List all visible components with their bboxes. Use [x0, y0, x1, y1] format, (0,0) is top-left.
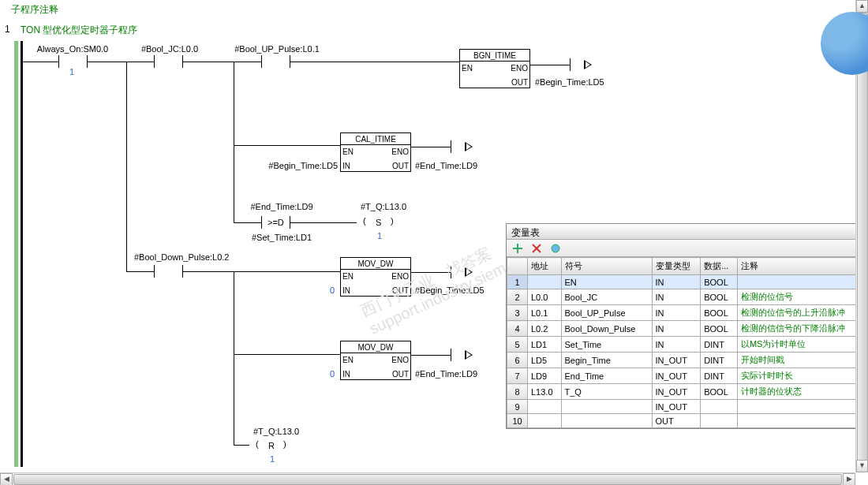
table-row[interactable]: 4L0.2Bool_Down_PulseINBOOL检测的信信号的下降沿脉冲	[507, 321, 867, 337]
scroll-down-button[interactable]: ▼	[856, 460, 868, 472]
cell-symbol[interactable]	[561, 414, 652, 428]
row-number[interactable]: 6	[507, 353, 528, 368]
fb-bgn-itime[interactable]: BGN_ITIME EN ENO OUT	[459, 49, 530, 88]
cell-datatype[interactable]: BOOL	[701, 275, 738, 289]
cell-symbol[interactable]: Bool_JC	[561, 289, 652, 305]
table-row[interactable]: 7LD9End_TimeIN_OUTDINT实际计时时长	[507, 368, 867, 384]
table-row[interactable]: 10OUT	[507, 414, 867, 428]
cell-vartype[interactable]: IN_OUT	[652, 353, 701, 368]
cell-symbol[interactable]: Bool_UP_Pulse	[561, 305, 652, 321]
pin-eno: ENO	[391, 147, 409, 156]
row-number[interactable]: 2	[507, 289, 528, 305]
cell-symbol[interactable]	[561, 400, 652, 414]
cell-datatype[interactable]: BOOL	[701, 384, 738, 400]
cell-symbol[interactable]: End_Time	[561, 368, 652, 384]
cell-address[interactable]: L0.0	[528, 289, 562, 305]
scroll-thumb-v[interactable]	[857, 13, 868, 470]
cell-symbol[interactable]: Begin_Time	[561, 353, 652, 368]
row-number[interactable]: 10	[507, 414, 528, 428]
cell-symbol[interactable]: T_Q	[561, 384, 652, 400]
cell-comment[interactable]	[737, 275, 866, 289]
cell-datatype[interactable]: DINT	[701, 353, 738, 368]
fb-mov-dw-1[interactable]: MOV_DW EN ENO IN OUT	[340, 257, 411, 297]
cell-vartype[interactable]: IN_OUT	[652, 368, 701, 384]
cell-datatype[interactable]: BOOL	[701, 305, 738, 321]
cell-datatype[interactable]: BOOL	[701, 289, 738, 305]
wire	[234, 354, 340, 355]
table-row[interactable]: 9IN_OUT	[507, 400, 867, 414]
variable-table-window[interactable]: 变量表 地址 符号 变量类型 数据... 注释 1ENINBOOL2L0.0Bo…	[506, 223, 868, 429]
row-number[interactable]: 3	[507, 305, 528, 321]
scroll-right-button[interactable]: ▶	[843, 473, 855, 485]
cell-symbol[interactable]: Set_Time	[561, 337, 652, 353]
cell-comment[interactable]: 计时器的位状态	[737, 384, 866, 400]
col-comment[interactable]: 注释	[737, 258, 866, 275]
cell-address[interactable]	[528, 400, 562, 414]
cell-comment[interactable]: 检测的信信号的下降沿脉冲	[737, 321, 866, 337]
row-number[interactable]: 7	[507, 368, 528, 384]
cell-address[interactable]	[528, 275, 562, 289]
cell-comment[interactable]: 以MS为计时单位	[737, 337, 866, 353]
horizontal-scrollbar[interactable]: ◀ ▶	[0, 472, 855, 485]
pin-out: OUT	[392, 162, 409, 170]
cell-vartype[interactable]: IN_OUT	[652, 384, 701, 400]
table-row[interactable]: 8L13.0T_QIN_OUTBOOL计时器的位状态	[507, 384, 867, 400]
row-number[interactable]: 4	[507, 321, 528, 337]
cell-comment[interactable]: 实际计时时长	[737, 368, 866, 384]
cell-vartype[interactable]: IN_OUT	[652, 400, 701, 414]
scroll-up-button[interactable]: ▲	[856, 0, 868, 13]
table-row[interactable]: 3L0.1Bool_UP_PulseINBOOL检测的位信号的上升沿脉冲	[507, 305, 867, 321]
row-number[interactable]: 8	[507, 384, 528, 400]
cell-comment[interactable]	[737, 400, 866, 414]
cell-address[interactable]: L13.0	[528, 384, 562, 400]
vartable-grid[interactable]: 地址 符号 变量类型 数据... 注释 1ENINBOOL2L0.0Bool_J…	[507, 257, 867, 428]
table-row[interactable]: 2L0.0Bool_JCINBOOL检测的位信号	[507, 289, 867, 305]
col-datatype[interactable]: 数据...	[701, 258, 738, 275]
fb-mov-dw-2[interactable]: MOV_DW EN ENO IN OUT	[340, 341, 411, 380]
col-address[interactable]: 地址	[528, 258, 562, 275]
cell-comment[interactable]	[737, 414, 866, 428]
cell-address[interactable]: LD9	[528, 368, 562, 384]
pin-eno: ENO	[391, 356, 409, 364]
cell-address[interactable]: LD1	[528, 337, 562, 353]
cell-vartype[interactable]: IN	[652, 321, 701, 337]
scroll-left-button[interactable]: ◀	[0, 473, 13, 485]
cell-vartype[interactable]: OUT	[652, 414, 701, 428]
contact-label: #Bool_JC:L0.0	[138, 44, 201, 54]
build-icon[interactable]	[549, 242, 562, 255]
cell-datatype[interactable]: BOOL	[701, 321, 738, 337]
delete-row-icon[interactable]	[530, 242, 543, 255]
vartable-title[interactable]: 变量表	[507, 224, 867, 240]
cell-comment[interactable]: 检测的位信号	[737, 289, 866, 305]
row-number[interactable]: 9	[507, 400, 528, 414]
col-vartype[interactable]: 变量类型	[652, 258, 701, 275]
table-row[interactable]: 1ENINBOOL	[507, 275, 867, 289]
cell-datatype[interactable]: DINT	[701, 368, 738, 384]
cell-vartype[interactable]: IN	[652, 305, 701, 321]
row-number[interactable]: 1	[507, 275, 528, 289]
table-row[interactable]: 6LD5Begin_TimeIN_OUTDINT开始时间戳	[507, 353, 867, 368]
cell-comment[interactable]: 检测的位信号的上升沿脉冲	[737, 305, 866, 321]
table-row[interactable]: 5LD1Set_TimeINDINT以MS为计时单位	[507, 337, 867, 353]
col-symbol[interactable]: 符号	[561, 258, 652, 275]
cell-symbol[interactable]: Bool_Down_Pulse	[561, 321, 652, 337]
cell-datatype[interactable]	[701, 414, 738, 428]
cell-address[interactable]	[528, 414, 562, 428]
scroll-thumb-h[interactable]	[13, 474, 842, 485]
cell-vartype[interactable]: IN	[652, 337, 701, 353]
cell-symbol[interactable]: EN	[561, 275, 652, 289]
cell-address[interactable]: LD5	[528, 353, 562, 368]
row-number[interactable]: 5	[507, 337, 528, 353]
wire	[530, 65, 570, 65]
cell-address[interactable]: L0.2	[528, 321, 562, 337]
fb-cal-itime[interactable]: CAL_ITIME EN ENO IN OUT	[340, 132, 411, 172]
contact-bar	[154, 55, 155, 68]
cell-datatype[interactable]	[701, 400, 738, 414]
cell-comment[interactable]: 开始时间戳	[737, 353, 866, 368]
insert-row-icon[interactable]	[511, 242, 524, 255]
cell-vartype[interactable]: IN	[652, 275, 701, 289]
col-corner[interactable]	[507, 258, 528, 275]
cell-vartype[interactable]: IN	[652, 289, 701, 305]
cell-address[interactable]: L0.1	[528, 305, 562, 321]
cell-datatype[interactable]: DINT	[701, 337, 738, 353]
